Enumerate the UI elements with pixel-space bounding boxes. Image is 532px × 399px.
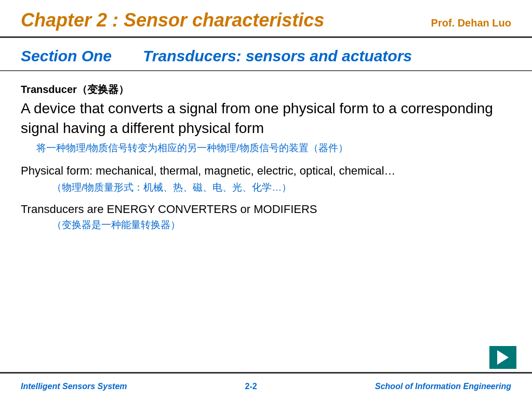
slide-container: Chapter 2 : Sensor characteristics Prof.… [0, 0, 532, 399]
section-title: Transducers: sensors and actuators [143, 47, 412, 65]
definition-english: A device that converts a signal from one… [21, 99, 511, 138]
section-label: Section One [21, 47, 112, 65]
author-name: Prof. Dehan Luo [431, 17, 511, 29]
section-heading: Section One Transducers: sensors and act… [0, 38, 532, 71]
next-slide-button[interactable] [489, 346, 516, 369]
physical-form-english: Physical form: mechanical, thermal, magn… [21, 163, 511, 179]
physical-form-chinese: （物理/物质量形式：机械、热、磁、电、光、化学…） [21, 181, 511, 194]
main-content: Transducer（变换器） A device that converts a… [0, 73, 532, 245]
header: Chapter 2 : Sensor characteristics Prof.… [0, 0, 532, 38]
definition-chinese: 将一种物理/物质信号转变为相应的另一种物理/物质信号的装置（器件） [21, 141, 511, 155]
energy-converters-english: Transducers are ENERGY CONVERTERS or MOD… [21, 203, 511, 216]
footer-course-name: Intelligent Sensors System [21, 382, 127, 391]
footer: Intelligent Sensors System 2-2 School of… [0, 372, 532, 399]
next-arrow-icon [497, 350, 509, 365]
footer-page-number: 2-2 [245, 382, 257, 391]
energy-converters-chinese: （变换器是一种能量转换器） [21, 218, 511, 232]
transducer-label: Transducer（变换器） [21, 83, 511, 97]
chapter-title: Chapter 2 : Sensor characteristics [21, 9, 324, 31]
footer-school-name: School of Information Engineering [375, 382, 511, 391]
